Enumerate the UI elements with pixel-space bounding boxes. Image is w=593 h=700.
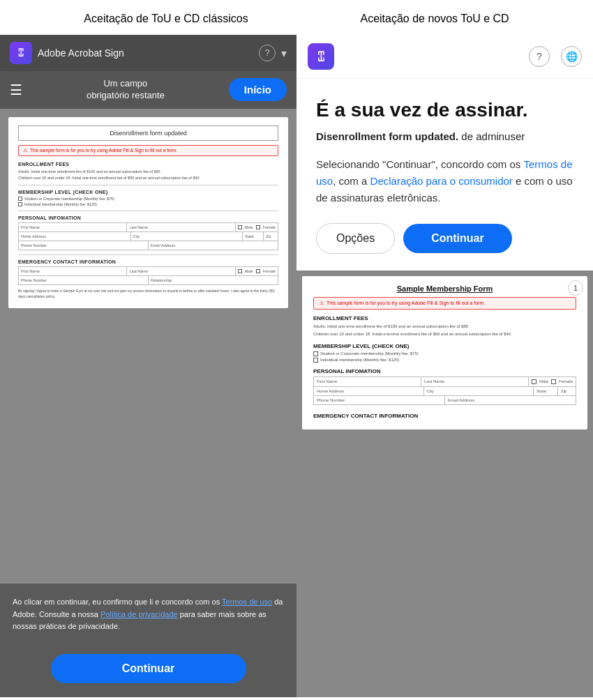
right-grid-row2: Home Address City State Zip <box>314 387 576 396</box>
left-grid-row1: First Name Last Name Male Female <box>19 223 278 232</box>
left-top-label: Aceitação de ToU e CD clássicos <box>84 13 248 25</box>
left-personal-grid: First Name Last Name Male Female Home Ad… <box>18 222 278 250</box>
right-membership-option1-row: Student or Corporate membership (Monthly… <box>313 351 576 356</box>
left-membership-option2-label: Individual membership (Monthly fee: $125… <box>24 202 97 206</box>
right-state-cell: State <box>534 387 558 395</box>
left-enrollment-line1: Adults: Initial one-time enrollment fee … <box>18 169 278 174</box>
right-personal-title: PERSONAL INFOMATION <box>313 368 576 374</box>
left-header: ⑄ Adobe Acrobat Sign ? ▾ <box>0 35 296 71</box>
modal-body-text: Selecionando "Continuar", concordo com o… <box>316 156 573 206</box>
right-enrollment-line1: Adults: Initial one-time enrollment fee … <box>313 324 576 330</box>
left-e-phone: Phone Number <box>19 276 149 284</box>
right-membership-option1-label: Student or Corporate membership (Monthly… <box>320 351 419 356</box>
right-header-icons: ? 🌐 <box>529 46 582 67</box>
left-phone-cell: Phone Number <box>19 241 149 250</box>
left-checkbox2[interactable] <box>18 202 22 206</box>
left-e-row2: Phone Number Relationship <box>19 276 278 284</box>
consumer-link[interactable]: Declaração para o consumidor <box>370 175 513 187</box>
left-footer-text1: Ao clicar em continuar, eu confirmo que … <box>13 598 222 606</box>
help-icon-right[interactable]: ? <box>529 46 550 67</box>
left-personal-title: PERSONAL INFOMATION <box>18 215 278 220</box>
right-email-cell: Email Address <box>445 396 576 404</box>
hamburger-icon[interactable]: ☰ <box>10 82 22 98</box>
main-content: ⑄ Adobe Acrobat Sign ? ▾ ☰ Um campo obri… <box>0 35 593 697</box>
left-emergency-title: EMERGENCY CONTACT INFORMATION <box>18 259 278 264</box>
left-membership-option2-row: Individual membership (Monthly fee: $125… <box>18 202 278 206</box>
left-e-last-name: Last Name <box>127 267 235 275</box>
right-city-cell: City <box>424 387 534 395</box>
right-membership-title: MEMBERSHIP LEVEL (CHECK ONE) <box>313 343 576 349</box>
mandatory-field-text: Um campo obrigatório restante <box>87 78 165 100</box>
right-form-error-banner: ⚠ This sample form is for you to try usi… <box>313 297 576 310</box>
left-state-cell: State <box>243 232 264 241</box>
right-form-paper: 1 Sample Membership Form ⚠ This sample f… <box>302 276 587 429</box>
right-checkbox2[interactable] <box>313 358 318 363</box>
right-grid-row3: Phone Number Email Address <box>314 396 576 404</box>
left-header-icons: ? ▾ <box>259 45 287 61</box>
left-form-error-banner: ⚠ This sample form is for you to try usi… <box>18 145 278 156</box>
left-toolbar: ☰ Um campo obrigatório restante Início <box>0 71 296 109</box>
modal-actions: Opções Continuar <box>316 223 573 254</box>
divider2 <box>18 211 278 211</box>
left-legal-text: By signing I Agree to enter a Sample Gym… <box>18 289 278 299</box>
left-continue-btn-area: Continuar <box>0 646 296 697</box>
right-membership-option2-row: Individual membership (Monthly fee: $125… <box>313 358 576 363</box>
acrobat-logo-right: ⑄ <box>308 43 334 70</box>
left-female-checkbox[interactable] <box>256 225 260 229</box>
right-enrollment-line2: Children over 10 and under 18: Initial o… <box>313 331 576 337</box>
left-privacy-link[interactable]: Política de privacidade <box>100 610 178 618</box>
dropdown-arrow-left[interactable]: ▾ <box>281 47 287 60</box>
left-footer: Ao clicar em continuar, eu confirmo que … <box>0 584 296 646</box>
modal-subtitle: Disenrollment form updated. de adminuser <box>316 129 573 144</box>
left-e-relationship: Relationship <box>149 276 278 284</box>
right-membership-option2-label: Individual membership (Monthly fee: $125… <box>320 358 399 362</box>
left-enrollment-title: ENROLLMENT FEES <box>18 162 278 167</box>
right-modal: É a sua vez de assinar. Disenrollment fo… <box>296 79 593 271</box>
right-emergency-title: EMERGENCY CONTACT INFORMATION <box>313 413 576 419</box>
left-form-paper: Disenrollment form updated ⚠ This sample… <box>8 117 288 309</box>
acrobat-logo-left: ⑄ <box>10 42 32 64</box>
right-continuar-button[interactable]: Continuar <box>403 224 512 253</box>
right-female-checkbox[interactable] <box>551 379 556 384</box>
modal-subtitle-suffix: de adminuser <box>458 130 525 142</box>
help-icon-left[interactable]: ? <box>259 45 276 61</box>
left-continuar-button[interactable]: Continuar <box>51 654 246 683</box>
warning-icon-left: ⚠ <box>23 148 27 153</box>
toolbar-center-text: Um campo obrigatório restante <box>87 78 165 102</box>
inicio-button[interactable]: Início <box>229 78 287 101</box>
modal-main-title: É a sua vez de assinar. <box>316 98 573 122</box>
warning-icon-right: ⚠ <box>320 300 324 306</box>
left-gender-cell: Male Female <box>236 223 278 231</box>
left-e-row1: First Name Last Name Male Female <box>19 267 278 276</box>
globe-icon-right[interactable]: 🌐 <box>561 46 582 67</box>
left-email-cell: Email Address <box>149 241 278 250</box>
right-panel: ⑄ ? 🌐 É a sua vez de assinar. Disenrollm… <box>296 35 593 697</box>
left-grid-row3: Phone Number Email Address <box>19 241 278 250</box>
opcoes-button[interactable]: Opções <box>316 223 395 254</box>
right-first-name-cell: First Name <box>314 377 421 386</box>
right-address-cell: Home Address <box>314 387 424 395</box>
left-app-title: Adobe Acrobat Sign <box>38 47 124 59</box>
left-membership-option1-row: Student or Corporate membership (Monthly… <box>18 197 278 201</box>
left-male-checkbox[interactable] <box>238 225 242 229</box>
left-e-female-checkbox[interactable] <box>256 269 260 273</box>
left-terms-link[interactable]: Termos de uso <box>222 598 272 606</box>
left-grid-row2: Home Address City State Zip <box>19 232 278 241</box>
right-checkbox1[interactable] <box>313 351 318 356</box>
right-phone-cell: Phone Number <box>314 396 445 404</box>
right-enrollment-title: ENROLLMENT FEES <box>313 315 576 321</box>
left-panel: ⑄ Adobe Acrobat Sign ? ▾ ☰ Um campo obri… <box>0 35 296 697</box>
right-zip-cell: Zip <box>558 387 576 395</box>
left-form-area: Disenrollment form updated ⚠ This sample… <box>0 109 296 584</box>
right-male-checkbox[interactable] <box>532 379 536 384</box>
left-checkbox1[interactable] <box>18 197 22 201</box>
body-text2: , com a <box>333 175 370 187</box>
left-membership-option1-label: Student or Corporate membership (Monthly… <box>24 197 114 201</box>
left-e-first-name: First Name <box>19 267 127 275</box>
right-top-label: Aceitação de novos ToU e CD <box>360 13 509 25</box>
left-e-male-checkbox[interactable] <box>238 269 242 273</box>
left-zip-cell: Zip <box>264 232 278 241</box>
right-form-area: 1 Sample Membership Form ⚠ This sample f… <box>296 271 593 697</box>
right-header: ⑄ ? 🌐 <box>296 35 593 79</box>
left-logo-area: ⑄ Adobe Acrobat Sign <box>10 42 124 64</box>
